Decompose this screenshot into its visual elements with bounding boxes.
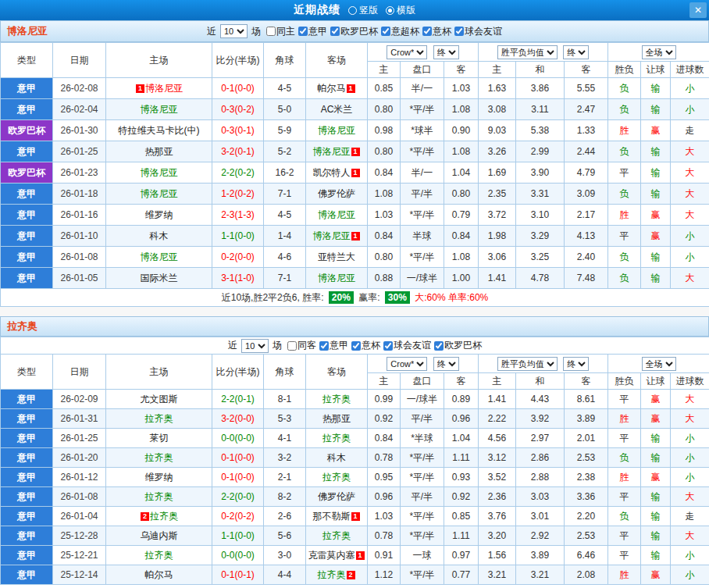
- filter-checkbox-label: 球会友谊: [465, 25, 502, 38]
- odds-stage-select[interactable]: 终: [433, 45, 459, 59]
- date-cell: 26-01-25: [53, 429, 106, 448]
- filter-checkbox[interactable]: [330, 27, 340, 36]
- radio-label-vertical: 竖版: [359, 4, 378, 17]
- filter-checkbox[interactable]: [383, 341, 393, 351]
- handicap-result-cell: 输: [641, 184, 671, 205]
- recent-count-select[interactable]: 10: [220, 24, 248, 38]
- home-team-cell: 博洛尼亚: [106, 184, 212, 205]
- result-cell: 负: [608, 99, 641, 120]
- goals-result-cell: 大: [671, 526, 709, 546]
- filter-checkbox-label: 意杯: [362, 339, 380, 352]
- score-cell: 3-1(1-0): [212, 268, 264, 289]
- radio-icon-horizontal[interactable]: [386, 6, 394, 15]
- date-cell: 26-01-05: [53, 268, 106, 289]
- recent-count-select[interactable]: 10: [241, 339, 269, 353]
- date-cell: 26-02-04: [53, 99, 106, 120]
- asian-away-odds-cell: 0.93: [444, 468, 479, 487]
- layout-option-horizontal[interactable]: 横版: [386, 4, 415, 17]
- filter-checkbox[interactable]: [434, 341, 444, 351]
- asian-home-odds-cell: 0.96: [368, 487, 401, 507]
- odds-stage-select[interactable]: 终: [433, 357, 459, 371]
- filter-checkbox-item[interactable]: 球会友谊: [383, 339, 431, 352]
- handicap-cell: 平/半: [401, 487, 444, 507]
- away-team-cell: 凯尔特人1: [306, 162, 368, 184]
- result-cell: 负: [608, 448, 641, 468]
- bookmaker-select[interactable]: Crow*: [387, 45, 427, 59]
- euro-stage-select[interactable]: 终: [563, 357, 589, 371]
- filter-checkbox-item[interactable]: 同主: [266, 25, 295, 38]
- asian-home-odds-cell: 0.80: [368, 141, 401, 162]
- filter-checkbox-item[interactable]: 欧罗巴杯: [330, 25, 378, 38]
- euro-away-odds-cell: 3.89: [565, 409, 608, 429]
- filter-checkbox-item[interactable]: 意甲: [298, 25, 327, 38]
- away-team-cell: 拉齐奥: [306, 390, 368, 409]
- col-header-score: 比分(半场): [212, 43, 264, 78]
- bookmaker-select[interactable]: Crow*: [387, 357, 427, 371]
- filter-checkbox-label: 同客: [297, 339, 316, 352]
- asian-away-odds-cell: 0.92: [444, 487, 479, 507]
- home-team-cell: 科木: [106, 226, 212, 247]
- filter-checkbox[interactable]: [266, 27, 276, 36]
- bologna-team-title: 博洛尼亚: [1, 24, 48, 38]
- filter-checkbox-item[interactable]: 意杯: [422, 25, 451, 38]
- asian-home-odds-cell: 0.91: [368, 546, 401, 565]
- filter-checkbox[interactable]: [287, 341, 297, 351]
- handicap-cell: *平/半: [401, 526, 444, 546]
- filter-checkbox-item[interactable]: 意杯: [351, 339, 380, 352]
- match-row: 意甲26-01-05国际米兰3-1(1-0)7-1博洛尼亚0.88一/球半1.0…: [1, 268, 709, 289]
- score-cell: 0-3(0-1): [212, 120, 264, 141]
- filter-checkbox-item[interactable]: 球会友谊: [454, 25, 502, 38]
- filter-checkbox[interactable]: [454, 27, 464, 36]
- asian-home-odds-cell: 0.84: [368, 429, 401, 448]
- filter-checkbox-label: 意甲: [308, 25, 327, 38]
- euro-odds-select[interactable]: 胜平负均值: [497, 357, 558, 371]
- asian-away-odds-cell: 1.08: [444, 141, 479, 162]
- radio-icon-vertical[interactable]: [348, 6, 357, 15]
- asian-away-odds-cell: 0.90: [444, 120, 479, 141]
- filter-checkbox-item[interactable]: 欧罗巴杯: [434, 339, 482, 352]
- team-name: 热那亚: [145, 146, 173, 157]
- filter-checkbox[interactable]: [319, 341, 329, 351]
- col-header-handicap-result: 让球: [641, 62, 671, 78]
- asian-away-odds-cell: 1.08: [444, 247, 479, 268]
- lazio-section-header: 拉齐奥: [0, 316, 709, 337]
- layout-option-vertical[interactable]: 竖版: [348, 4, 378, 17]
- close-button[interactable]: ✕: [689, 2, 707, 18]
- lazio-filter-bar: 近 10 场 同客意甲意杯球会友谊欧罗巴杯: [228, 339, 482, 353]
- league-cell: 意甲: [1, 526, 53, 546]
- goals-result-cell: 小: [671, 247, 709, 268]
- filter-checkbox[interactable]: [381, 27, 390, 36]
- filter-checkbox[interactable]: [422, 27, 432, 36]
- euro-away-odds-cell: 2.47: [565, 99, 608, 120]
- filter-checkbox-item[interactable]: 意甲: [319, 339, 348, 352]
- score-cell: 1-1(0-0): [212, 226, 264, 247]
- score-cell: 0-0(0-0): [212, 546, 264, 565]
- asian-away-odds-cell: 0.79: [444, 205, 479, 226]
- handicap-cell: *平/半: [401, 99, 444, 120]
- date-cell: 25-12-14: [53, 565, 106, 585]
- handicap-cell: 平/半: [401, 409, 444, 429]
- filter-near-label: 近: [228, 339, 237, 352]
- date-cell: 26-01-08: [53, 487, 106, 507]
- filter-checkbox[interactable]: [351, 341, 361, 351]
- filter-checkbox-item[interactable]: 同客: [287, 339, 316, 352]
- red-card-badge: 1: [356, 551, 365, 560]
- euro-draw-odds-cell: 2.92: [516, 526, 565, 546]
- euro-draw-odds-cell: 3.11: [516, 99, 565, 120]
- match-scope-select[interactable]: 全场: [642, 45, 676, 59]
- euro-stage-select[interactable]: 终: [563, 45, 589, 59]
- euro-draw-odds-cell: 2.88: [516, 468, 565, 487]
- handicap-result-cell: 赢: [641, 390, 671, 409]
- date-cell: 26-01-12: [53, 468, 106, 487]
- goals-result-cell: 小: [671, 226, 709, 247]
- euro-odds-select[interactable]: 胜平负均值: [497, 45, 558, 59]
- filter-checkbox[interactable]: [298, 27, 308, 36]
- team-name: 博洛尼亚: [141, 167, 178, 178]
- match-scope-select[interactable]: 全场: [642, 357, 676, 371]
- filter-checkbox-item[interactable]: 意超杯: [381, 25, 419, 38]
- handicap-cell: 一/球半: [401, 390, 444, 409]
- asian-away-odds-cell: 0.85: [444, 507, 479, 526]
- euro-home-odds-cell: 3.12: [479, 448, 516, 468]
- col-header-euro-draw: 和: [516, 62, 565, 78]
- euro-draw-odds-cell: 3.25: [516, 247, 565, 268]
